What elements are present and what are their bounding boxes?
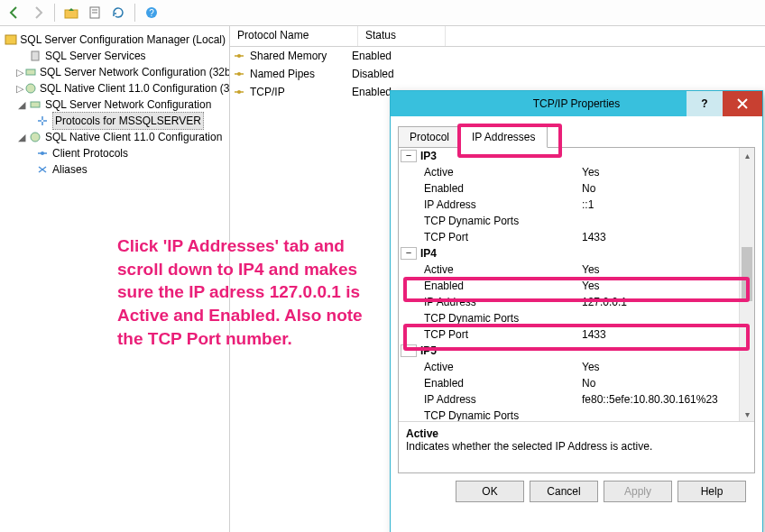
- svg-point-12: [41, 151, 44, 155]
- tree-label: SQL Server Configuration Manager (Local): [20, 32, 226, 48]
- property-value[interactable]: No: [582, 377, 740, 390]
- property-key: IP Address: [399, 296, 582, 308]
- collapse-icon[interactable]: −: [401, 247, 417, 260]
- toolbar: ?: [0, 0, 765, 26]
- property-row[interactable]: IP Address127.0.0.1: [399, 294, 740, 310]
- tree-item-selected[interactable]: Protocols for MSSQLSERVER: [4, 113, 226, 129]
- property-row[interactable]: EnabledNo: [399, 375, 740, 391]
- tree-item[interactable]: Aliases: [4, 161, 226, 178]
- list-row[interactable]: Named Pipes Disabled: [230, 65, 765, 83]
- client-icon: [28, 130, 42, 144]
- property-value[interactable]: Yes: [582, 166, 740, 179]
- property-value[interactable]: Yes: [582, 263, 740, 276]
- group-header[interactable]: −IP4: [399, 245, 740, 261]
- scroll-thumb[interactable]: [742, 247, 752, 301]
- tree-label: SQL Server Network Configuration (32bit): [40, 64, 230, 80]
- property-value[interactable]: 127.0.0.1: [582, 296, 740, 308]
- property-value[interactable]: fe80::5efe:10.80.30.161%23: [582, 393, 740, 406]
- property-row[interactable]: TCP Dynamic Ports: [399, 310, 740, 326]
- property-grid: −IP3ActiveYesEnabledNoIP Address::1TCP D…: [399, 148, 754, 422]
- property-row[interactable]: ActiveYes: [399, 359, 740, 375]
- separator: [54, 4, 55, 22]
- server-icon: [5, 32, 17, 47]
- dialog-titlebar[interactable]: TCP/IP Properties ?: [391, 91, 762, 116]
- properties-button[interactable]: [84, 2, 106, 23]
- alias-icon: [35, 162, 50, 177]
- property-key: TCP Dynamic Ports: [399, 215, 582, 227]
- property-key: Enabled: [399, 377, 582, 390]
- tab-ip-addresses[interactable]: IP Addresses: [460, 126, 548, 148]
- col-protocol-name[interactable]: Protocol Name: [230, 26, 358, 46]
- annotation-callout: Click 'IP Addresses' tab and scroll down…: [117, 234, 388, 350]
- property-key: TCP Dynamic Ports: [399, 409, 582, 422]
- property-row[interactable]: EnabledNo: [399, 180, 740, 197]
- property-row[interactable]: TCP Dynamic Ports: [399, 408, 740, 422]
- property-row[interactable]: TCP Port1433: [399, 326, 740, 343]
- property-row[interactable]: IP Address::1: [399, 197, 740, 213]
- cancel-button[interactable]: Cancel: [530, 481, 598, 502]
- titlebar-help-button[interactable]: ?: [687, 91, 723, 116]
- group-header[interactable]: −IP5: [399, 343, 740, 359]
- description-pane: Active Indicates whether the selected IP…: [399, 422, 754, 472]
- property-row[interactable]: TCP Dynamic Ports: [399, 213, 740, 229]
- scroll-up-button[interactable]: ▴: [740, 148, 754, 162]
- scroll-down-button[interactable]: ▾: [740, 407, 754, 421]
- expander-icon[interactable]: ◢: [16, 96, 27, 113]
- svg-point-15: [237, 90, 241, 94]
- protocol-icon: [230, 68, 248, 80]
- tree-item[interactable]: ▷ SQL Native Client 11.0 Configuration (…: [4, 80, 226, 96]
- tree-item[interactable]: ▷ SQL Server Network Configuration (32bi…: [4, 64, 226, 80]
- protocol-name: TCP/IP: [248, 86, 345, 98]
- network-icon: [28, 97, 42, 112]
- tree-root[interactable]: SQL Server Configuration Manager (Local): [4, 32, 226, 48]
- ok-button[interactable]: OK: [456, 481, 524, 502]
- property-row[interactable]: TCP Port1433: [399, 229, 740, 245]
- scrollbar[interactable]: ▴ ▾: [739, 148, 754, 421]
- tab-strip: Protocol IP Addresses: [398, 126, 755, 148]
- property-row[interactable]: ActiveYes: [399, 164, 740, 180]
- up-folder-button[interactable]: [60, 2, 82, 23]
- refresh-button[interactable]: [107, 2, 129, 23]
- property-value[interactable]: 1433: [582, 231, 740, 243]
- collapse-icon[interactable]: −: [401, 344, 417, 357]
- expander-icon[interactable]: ▷: [16, 80, 23, 96]
- col-status[interactable]: Status: [358, 26, 446, 46]
- collapse-icon[interactable]: −: [401, 150, 417, 162]
- expander-icon[interactable]: ▷: [16, 64, 23, 80]
- property-value[interactable]: ::1: [582, 198, 740, 211]
- help-button[interactable]: ?: [141, 2, 162, 23]
- tree-label: SQL Server Network Configuration: [45, 96, 211, 113]
- property-value[interactable]: Yes: [582, 361, 740, 373]
- back-button[interactable]: [4, 2, 25, 23]
- protocols-icon: [35, 146, 50, 161]
- protocol-icon: [230, 50, 248, 62]
- tree-item[interactable]: Client Protocols: [4, 145, 226, 161]
- tab-content: −IP3ActiveYesEnabledNoIP Address::1TCP D…: [398, 147, 755, 473]
- property-value[interactable]: Yes: [582, 280, 740, 292]
- client-icon: [24, 81, 37, 96]
- group-name: IP5: [420, 344, 437, 357]
- expander-icon[interactable]: ◢: [16, 129, 27, 145]
- protocols-icon: [35, 114, 50, 128]
- tree-label: SQL Native Client 11.0 Configuration (32…: [40, 80, 230, 96]
- property-value[interactable]: No: [582, 182, 740, 195]
- list-row[interactable]: Shared Memory Enabled: [230, 47, 765, 65]
- property-value[interactable]: 1433: [582, 328, 740, 341]
- help-button[interactable]: Help: [677, 481, 746, 502]
- property-row[interactable]: IP Addressfe80::5efe:10.80.30.161%23: [399, 391, 740, 408]
- close-button[interactable]: [723, 91, 762, 116]
- group-name: IP4: [420, 247, 437, 260]
- tab-protocol[interactable]: Protocol: [398, 126, 461, 148]
- group-header[interactable]: −IP3: [399, 148, 740, 164]
- forward-button[interactable]: [27, 2, 49, 23]
- tree-item[interactable]: SQL Server Services: [4, 48, 226, 64]
- svg-rect-7: [32, 51, 39, 60]
- apply-button[interactable]: Apply: [604, 481, 672, 502]
- tcpip-properties-dialog: TCP/IP Properties ? Protocol IP Addresse…: [390, 90, 763, 532]
- property-row[interactable]: EnabledYes: [399, 278, 740, 294]
- tree-item[interactable]: ◢ SQL Native Client 11.0 Configuration: [4, 129, 226, 145]
- tree-item[interactable]: ◢ SQL Server Network Configuration: [4, 96, 226, 113]
- property-row[interactable]: ActiveYes: [399, 261, 740, 278]
- property-key: TCP Port: [399, 231, 582, 243]
- network-icon: [24, 65, 37, 79]
